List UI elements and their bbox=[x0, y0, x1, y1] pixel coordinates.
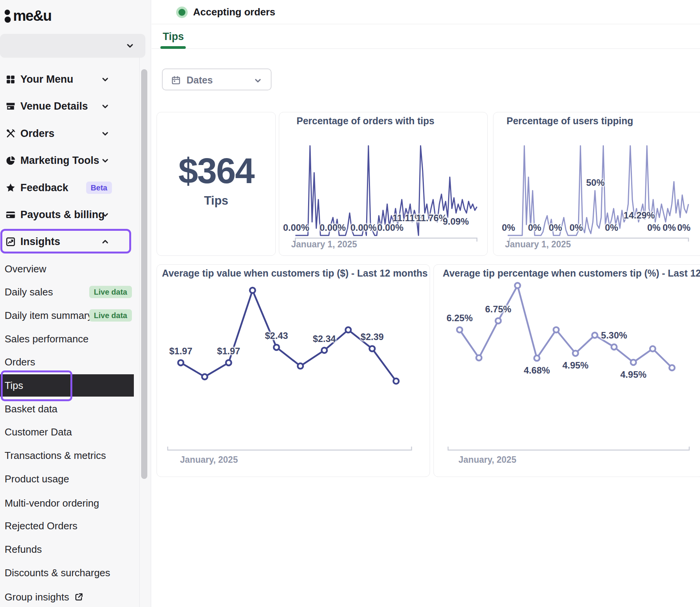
sidebar-item-payouts-billing[interactable]: Payouts & billing bbox=[0, 201, 134, 228]
sidebar-item-marketing-tools[interactable]: Marketing Tools bbox=[0, 147, 134, 174]
live-data-badge: Live data bbox=[89, 286, 132, 298]
sidebar-item-label: Refunds bbox=[5, 544, 42, 555]
chart-data-label: 4.95% bbox=[620, 369, 647, 380]
chart-data-label: 9.09% bbox=[443, 216, 469, 227]
sidebar-item-discounts-surcharges[interactable]: Discounts & surcharges bbox=[0, 562, 134, 584]
sidebar-item-label: Customer Data bbox=[5, 426, 72, 438]
dates-label: Dates bbox=[187, 75, 213, 86]
chart-data-label: 0.00% bbox=[320, 222, 346, 233]
logo-text: me&u bbox=[13, 8, 52, 24]
sidebar-item-venue-details[interactable]: Venue Details bbox=[0, 93, 134, 120]
sidebar-item-your-menu[interactable]: Your Menu bbox=[0, 66, 134, 93]
chart-data-label: $2.34 bbox=[313, 334, 336, 344]
calendar-icon bbox=[171, 75, 181, 85]
chart-data-label: $1.97 bbox=[217, 346, 240, 357]
chart-title: Average tip percentage when customers ti… bbox=[443, 268, 700, 279]
chart-data-label: 4.68% bbox=[524, 365, 550, 376]
sidebar-item-overview[interactable]: Overview bbox=[0, 258, 134, 280]
tabs-bar bbox=[152, 24, 700, 49]
sidebar-item-label: Your Menu bbox=[20, 73, 73, 85]
meandu-logo[interactable]: me&u bbox=[5, 6, 52, 25]
live-data-badge: Live data bbox=[89, 309, 132, 322]
logo-dots-icon bbox=[5, 7, 12, 24]
chevron-down-icon bbox=[253, 76, 262, 85]
sidebar-item-daily-item-summary[interactable]: Daily item summaryLive data bbox=[0, 304, 134, 327]
sidebar-divider bbox=[139, 58, 140, 607]
chart-data-label: 0% bbox=[647, 222, 661, 233]
chart-data-label: 0.00% bbox=[377, 222, 403, 233]
sidebar-item-orders[interactable]: Orders bbox=[0, 120, 134, 147]
chart-data-label: $2.43 bbox=[265, 330, 288, 341]
sidebar-item-orders[interactable]: Orders bbox=[0, 351, 134, 373]
chart-card-orders-with-tips bbox=[279, 112, 488, 256]
chart-data-label: 6.25% bbox=[447, 313, 473, 324]
sidebar-item-label: Discounts & surcharges bbox=[5, 567, 110, 579]
sidebar-item-basket-data[interactable]: Basket data bbox=[0, 398, 134, 420]
tab-tips[interactable]: Tips bbox=[163, 31, 184, 43]
sidebar-item-transactions-metrics[interactable]: Transactions & metrics bbox=[0, 444, 134, 467]
chevron-down-icon bbox=[125, 41, 135, 50]
external-link-icon bbox=[74, 592, 83, 602]
sidebar-item-multi-vendor-ordering[interactable]: Multi-vendor ordering bbox=[0, 492, 134, 514]
chart-data-label: 0% bbox=[528, 222, 542, 233]
chart-title: Average tip value when customers tip ($)… bbox=[162, 268, 428, 279]
chevron-down-icon bbox=[125, 41, 135, 50]
sidebar-item-daily-sales[interactable]: Daily salesLive data bbox=[0, 281, 134, 303]
sidebar-item-sales-performance[interactable]: Sales performance bbox=[0, 328, 134, 350]
sidebar-item-label: Group insights bbox=[5, 591, 69, 603]
chart-title: Percentage of users tipping bbox=[507, 115, 633, 127]
venue-selector-dropdown[interactable] bbox=[0, 34, 145, 58]
sidebar-item-product-usage[interactable]: Product usage bbox=[0, 468, 134, 490]
sidebar-item-tips[interactable]: Tips bbox=[0, 374, 134, 397]
chart-axis-label: January, 2025 bbox=[180, 455, 238, 465]
chart-data-label: 0.00% bbox=[283, 222, 309, 233]
pie-icon bbox=[5, 155, 16, 166]
tab-active-underline bbox=[160, 46, 186, 49]
chart-data-label: $2.39 bbox=[361, 332, 384, 342]
sidebar-item-customer-data[interactable]: Customer Data bbox=[0, 421, 134, 443]
sidebar-item-label: Product usage bbox=[5, 473, 69, 485]
chart-data-label: 0% bbox=[502, 222, 515, 233]
accepting-orders-status[interactable]: Accepting orders bbox=[176, 6, 275, 18]
sidebar-item-label: Orders bbox=[5, 356, 35, 368]
sidebar-scrollbar[interactable] bbox=[141, 69, 147, 479]
sidebar-item-label: Overview bbox=[5, 263, 46, 275]
sidebar-item-label: Orders bbox=[20, 128, 55, 140]
chart-axis-label: January 1, 2025 bbox=[505, 239, 571, 250]
dates-filter-button[interactable]: Dates bbox=[162, 68, 272, 90]
sidebar-item-rejected-orders[interactable]: Rejected Orders bbox=[0, 515, 134, 537]
sidebar-item-insights[interactable]: Insights bbox=[0, 228, 134, 255]
chevron-down-icon bbox=[253, 76, 262, 85]
sidebar-item-label: Daily item summary bbox=[5, 310, 92, 322]
utensils-icon bbox=[5, 128, 16, 139]
sidebar-item-label: Sales performance bbox=[5, 333, 88, 345]
tips-total-card: $364 Tips bbox=[157, 112, 276, 256]
calendar-icon bbox=[171, 75, 181, 85]
chart-axis-label: January, 2025 bbox=[458, 455, 516, 465]
chart-data-label: 6.75% bbox=[485, 304, 511, 315]
sidebar-item-group-insights[interactable]: Group insights bbox=[0, 586, 134, 607]
sidebar-item-feedback[interactable]: FeedbackBeta bbox=[0, 174, 134, 201]
sidebar-item-refunds[interactable]: Refunds bbox=[0, 538, 134, 560]
sidebar-item-label: Payouts & billing bbox=[20, 209, 105, 221]
sidebar: me&u Your MenuVenue DetailsOrdersMarketi… bbox=[0, 0, 151, 607]
chevron-down-icon bbox=[101, 75, 110, 84]
chart-axis-label: January 1, 2025 bbox=[291, 239, 357, 250]
tips-total-value: $364 bbox=[157, 151, 275, 191]
chart-data-label: 50% bbox=[586, 177, 605, 188]
chevron-down-icon bbox=[101, 129, 110, 138]
sidebar-item-label: Venue Details bbox=[20, 100, 88, 112]
grid-icon bbox=[5, 74, 16, 85]
status-dot-icon bbox=[176, 7, 188, 18]
chart-data-label: 4.95% bbox=[562, 360, 588, 371]
chevron-down-icon bbox=[101, 102, 110, 111]
chart-data-label: 0% bbox=[677, 222, 691, 233]
sidebar-item-label: Insights bbox=[20, 236, 60, 248]
chart-title: Percentage of orders with tips bbox=[297, 115, 434, 127]
chart-data-label: 14.29% bbox=[623, 210, 655, 221]
sidebar-item-label: Tips bbox=[5, 380, 23, 392]
chevron-down-icon bbox=[101, 156, 110, 165]
sidebar-item-label: Feedback bbox=[20, 182, 68, 194]
app-root: me&u Your MenuVenue DetailsOrdersMarketi… bbox=[0, 0, 700, 607]
sidebar-item-label: Rejected Orders bbox=[5, 520, 77, 532]
